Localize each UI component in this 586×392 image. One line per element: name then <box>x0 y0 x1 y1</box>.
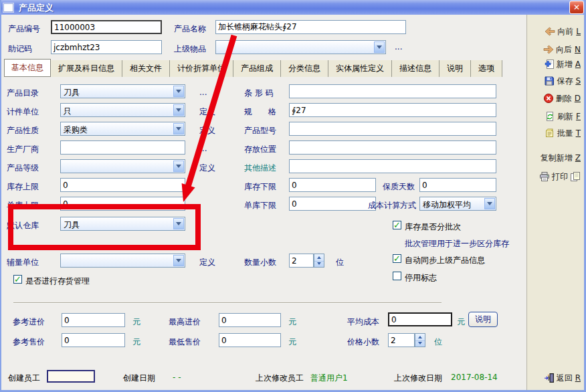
inventory-mgmt-checkbox[interactable]: ✓ <box>13 275 22 284</box>
chevron-down-icon[interactable] <box>173 104 184 116</box>
parent-item-label: 上级物品 <box>174 43 206 55</box>
avg-cost-input[interactable] <box>388 312 452 326</box>
qty-decimal-input[interactable] <box>289 254 314 268</box>
ref-sale-input[interactable] <box>62 333 125 347</box>
mnemonic-input[interactable] <box>51 40 162 54</box>
min-sale-input[interactable] <box>219 333 281 347</box>
manufacturer-more-button[interactable]: ... <box>199 144 207 153</box>
stock-upper-input[interactable] <box>60 178 185 192</box>
sidebar-button-R[interactable]: 返回R <box>544 372 581 384</box>
disable-checkbox[interactable] <box>393 272 401 280</box>
shelf-days-input[interactable] <box>419 178 496 192</box>
avg-cost-note-button[interactable]: 说明 <box>468 312 498 327</box>
chevron-down-icon[interactable] <box>173 123 184 134</box>
default-warehouse-select[interactable]: 刀具 <box>60 217 185 231</box>
parent-item-select[interactable] <box>215 40 386 54</box>
chevron-down-icon[interactable] <box>374 41 385 53</box>
tab-产品组成[interactable]: 产品组成 <box>233 60 281 77</box>
cost-method-select[interactable]: 移动加权平均 <box>419 197 496 211</box>
bin-lower-input[interactable] <box>289 197 376 211</box>
product-code-label: 产品编号 <box>8 23 40 35</box>
bin-upper-input[interactable] <box>60 197 185 211</box>
product-name-label: 产品名称 <box>174 23 206 35</box>
manufacturer-label: 生产厂商 <box>7 144 39 155</box>
tab-选项[interactable]: 选项 <box>471 60 502 77</box>
qty-decimal-label: 数量小数 <box>244 257 276 268</box>
shelf-days-label: 保质天数 <box>383 181 415 193</box>
sidebar-button-F[interactable]: 刷新F <box>545 110 581 122</box>
tab-分类信息[interactable]: 分类信息 <box>281 60 328 77</box>
price-decimal-input[interactable] <box>388 333 415 347</box>
creator-input[interactable] <box>47 370 95 383</box>
avg-cost-label: 平均成本 <box>347 316 379 328</box>
modified-value: 2017-08-14 <box>451 373 498 382</box>
barcode-input[interactable] <box>289 84 496 98</box>
sidebar-button-Z[interactable]: 复制新增Z <box>541 152 581 164</box>
print-icon <box>539 171 550 182</box>
sidebar-button-N[interactable]: 向后N <box>543 43 581 56</box>
price-decimal-stepper[interactable] <box>415 333 425 347</box>
spec-label: 规 格 <box>244 106 276 118</box>
spinner-down-icon[interactable] <box>314 261 324 268</box>
sidebar-button-T[interactable]: 批量T <box>545 127 581 139</box>
product-name-input[interactable] <box>215 20 406 34</box>
window-icon <box>3 3 14 13</box>
batch-checkbox[interactable]: ✓ <box>393 221 401 229</box>
refresh-icon <box>545 111 555 122</box>
model-input[interactable] <box>289 122 496 136</box>
spec-input[interactable] <box>289 103 496 117</box>
sync-checkbox[interactable]: ✓ <box>393 254 401 263</box>
sidebar-button-S[interactable]: 保存S <box>544 75 581 87</box>
parent-item-more-button[interactable]: ... <box>395 42 402 52</box>
chevron-down-icon[interactable] <box>173 161 184 172</box>
ref-purchase-input[interactable] <box>62 313 125 327</box>
exit-icon <box>544 373 555 383</box>
product-code-input[interactable] <box>51 20 162 34</box>
tab-描述信息[interactable]: 描述信息 <box>392 60 440 77</box>
sidebar-button-D[interactable]: 删除D <box>543 92 581 104</box>
bin-lower-label: 单库下限 <box>244 200 276 211</box>
catalog-more-button[interactable]: ... <box>199 88 207 97</box>
new-icon <box>544 59 555 70</box>
other-desc-input[interactable] <box>289 159 496 173</box>
unit-define-link[interactable]: 定义 <box>199 106 215 118</box>
chevron-down-icon[interactable] <box>173 255 184 266</box>
tab-扩展及科目信息[interactable]: 扩展及科目信息 <box>51 60 122 77</box>
nature-define-link[interactable]: 定义 <box>199 125 215 136</box>
tab-说明[interactable]: 说明 <box>440 60 471 77</box>
max-purchase-input[interactable] <box>219 313 281 327</box>
sidebar-button-打印[interactable]: 打印 <box>539 171 581 183</box>
spinner-down-icon[interactable] <box>415 340 425 347</box>
chevron-down-icon[interactable] <box>173 218 184 229</box>
ref-sale-label: 参考售价 <box>13 336 45 348</box>
max-purchase-label: 最高进价 <box>169 316 201 328</box>
nature-select[interactable]: 采购类 <box>60 122 185 136</box>
modifier-label: 上次修改员工 <box>256 373 304 384</box>
ref-purchase-label: 参考进价 <box>13 316 45 328</box>
sidebar-button-A[interactable]: 新增A <box>544 58 581 70</box>
location-input[interactable] <box>289 140 496 155</box>
tab-基本信息[interactable]: 基本信息 <box>4 59 51 77</box>
batch-note: 批次管理用于进一步区分库存 <box>405 238 509 250</box>
bin-upper-label: 单库上限 <box>7 200 39 211</box>
product-definition-window: 产品定义 ✕ 产品编号 产品名称 助记码 上级物品 ... 基本信息扩展及科目信… <box>0 0 586 392</box>
cost-method-label: 成本计算方式 <box>368 200 416 211</box>
grade-select[interactable] <box>60 159 185 173</box>
qty-decimal-stepper[interactable] <box>314 254 324 268</box>
chevron-down-icon[interactable] <box>173 86 184 97</box>
unit-select[interactable]: 只 <box>60 103 185 117</box>
aux-unit-define-link[interactable]: 定义 <box>199 257 215 268</box>
stock-lower-input[interactable] <box>289 178 376 192</box>
tab-计价折算单位[interactable]: 计价折算单位 <box>170 60 233 77</box>
aux-unit-select[interactable] <box>60 254 185 268</box>
manufacturer-input[interactable] <box>60 140 185 155</box>
catalog-select[interactable]: 刀具 <box>60 84 185 98</box>
sidebar-button-L[interactable]: 向前L <box>545 25 581 37</box>
tab-相关文件[interactable]: 相关文件 <box>122 60 170 77</box>
chevron-down-icon[interactable] <box>484 198 495 209</box>
barcode-label: 条 形 码 <box>244 88 274 99</box>
close-button[interactable]: ✕ <box>569 1 584 14</box>
grade-define-link[interactable]: 定义 <box>199 163 215 174</box>
other-desc-label: 其他描述 <box>244 163 276 174</box>
tab-实体属性定义[interactable]: 实体属性定义 <box>328 60 392 77</box>
